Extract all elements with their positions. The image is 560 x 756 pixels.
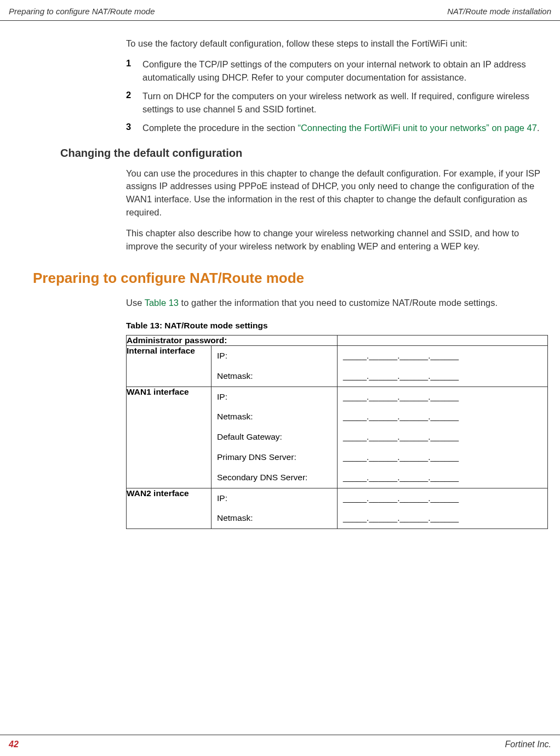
step-item: 2 Turn on DHCP for the computers on your… (126, 90, 544, 116)
cross-reference-link[interactable]: “Connecting the FortiWiFi unit to your n… (298, 123, 537, 133)
body-paragraph: Use Table 13 to gather the information t… (126, 297, 544, 310)
field-label: Default Gateway: (212, 427, 337, 447)
step-text: Configure the TCP/IP settings of the com… (142, 58, 544, 84)
header-right: NAT/Route mode installation (280, 7, 551, 16)
table-row: Administrator password: (127, 335, 548, 345)
blank-ip-value: _____.______.______.______ (338, 468, 547, 488)
step-number: 2 (126, 90, 142, 116)
field-label: Secondary DNS Server: (212, 468, 337, 488)
table-row: WAN1 interface IP: Netmask: Default Gate… (127, 386, 548, 488)
values-cell: _____.______.______.______ _____.______.… (338, 386, 548, 488)
page-footer: 42 Fortinet Inc. (0, 735, 560, 749)
blank-ip-value: _____.______.______.______ (338, 427, 547, 447)
body-paragraph: This chapter also describe how to change… (126, 227, 544, 253)
interface-label: WAN2 interface (127, 488, 212, 529)
interface-label: Internal interface (127, 345, 212, 386)
field-label: Netmask: (212, 407, 337, 427)
field-label: IP: (212, 346, 337, 366)
field-label: Netmask: (212, 366, 337, 386)
values-cell: _____.______.______.______ _____.______.… (338, 488, 548, 529)
page-content: To use the factory default configuration… (0, 21, 560, 529)
blank-ip-value: _____.______.______.______ (338, 387, 547, 407)
header-left: Preparing to configure NAT/Route mode (9, 7, 280, 16)
step-text: Complete the procedure in the section “C… (142, 122, 540, 135)
blank-ip-value: _____.______.______.______ (338, 508, 547, 528)
fields-cell: IP: Netmask: (212, 488, 338, 529)
interface-label: WAN1 interface (127, 386, 212, 488)
blank-ip-value: _____.______.______.______ (338, 407, 547, 427)
footer-company: Fortinet Inc. (505, 740, 551, 749)
step-text: Turn on DHCP for the computers on your w… (142, 90, 544, 116)
para-before: Use (126, 298, 145, 308)
intro-text: To use the factory default configuration… (126, 37, 544, 50)
field-label: Netmask: (212, 508, 337, 528)
para-after: to gather the information that you need … (179, 298, 498, 308)
admin-password-value (338, 335, 548, 345)
field-label: IP: (212, 488, 337, 509)
blank-ip-value: _____.______.______.______ (338, 346, 547, 366)
step-item: 3 Complete the procedure in the section … (126, 122, 544, 135)
fields-cell: IP: Netmask: (212, 345, 338, 386)
subsection-heading: Changing the default configuration (60, 147, 544, 160)
values-cell: _____.______.______.______ _____.______.… (338, 345, 548, 386)
table-caption: Table 13: NAT/Route mode settings (126, 321, 544, 331)
admin-password-label: Administrator password: (127, 335, 338, 345)
step-text-after: . (537, 123, 540, 133)
section-heading: Preparing to configure NAT/Route mode (33, 270, 544, 287)
field-label: Primary DNS Server: (212, 447, 337, 468)
step-item: 1 Configure the TCP/IP settings of the c… (126, 58, 544, 84)
step-text-before: Complete the procedure in the section (142, 123, 298, 133)
body-paragraph: You can use the procedures in this chapt… (126, 167, 544, 220)
page-number: 42 (9, 740, 19, 749)
table-row: WAN2 interface IP: Netmask: _____.______… (127, 488, 548, 529)
settings-table: Administrator password: Internal interfa… (126, 335, 548, 529)
blank-ip-value: _____.______.______.______ (338, 366, 547, 386)
steps-list: 1 Configure the TCP/IP settings of the c… (126, 58, 544, 135)
table-reference-link[interactable]: Table 13 (145, 298, 179, 308)
step-number: 1 (126, 58, 142, 84)
blank-ip-value: _____.______.______.______ (338, 447, 547, 468)
fields-cell: IP: Netmask: Default Gateway: Primary DN… (212, 386, 338, 488)
step-number: 3 (126, 122, 142, 135)
field-label: IP: (212, 387, 337, 407)
blank-ip-value: _____.______.______.______ (338, 488, 547, 509)
table-row: Internal interface IP: Netmask: _____.__… (127, 345, 548, 386)
page-header: Preparing to configure NAT/Route mode NA… (0, 0, 560, 21)
